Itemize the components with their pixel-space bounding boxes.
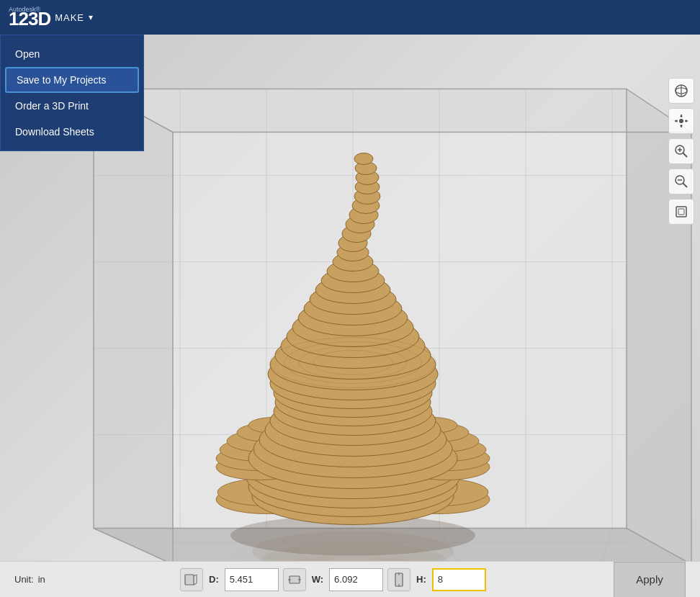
logo-area[interactable]: Autodesk® 123D MAKE ▾ xyxy=(9,5,93,30)
svg-marker-100 xyxy=(680,115,683,117)
unit-label: Unit: xyxy=(14,574,34,585)
height-label: H: xyxy=(416,574,426,585)
svg-point-87 xyxy=(354,153,373,165)
height-icon xyxy=(387,568,410,591)
depth-icon xyxy=(180,568,203,591)
logo-autodesk: Autodesk® xyxy=(9,6,40,13)
right-toolbar xyxy=(668,78,694,225)
depth-input[interactable] xyxy=(225,568,279,591)
svg-marker-1 xyxy=(94,89,173,565)
pan-button[interactable] xyxy=(668,108,694,134)
svg-point-33 xyxy=(263,551,342,562)
svg-marker-103 xyxy=(686,120,688,122)
dropdown-arrow-icon[interactable]: ▾ xyxy=(89,12,93,22)
svg-point-34 xyxy=(364,551,443,562)
depth-label: D: xyxy=(209,574,219,585)
width-icon xyxy=(283,568,306,591)
zoom-in-button[interactable] xyxy=(668,138,694,164)
menu-item-open[interactable]: Open xyxy=(1,41,143,67)
dimension-controls: D: W: H: xyxy=(180,568,486,591)
svg-rect-117 xyxy=(290,576,300,583)
fit-view-button[interactable] xyxy=(668,199,694,225)
svg-line-109 xyxy=(683,184,688,188)
svg-line-114 xyxy=(194,575,197,576)
svg-marker-101 xyxy=(680,125,683,127)
menu-item-order[interactable]: Order a 3D Print xyxy=(1,93,143,119)
svg-line-105 xyxy=(683,153,688,158)
bottom-bar: Unit: in D: W: xyxy=(0,561,700,597)
svg-rect-112 xyxy=(678,209,684,215)
height-input[interactable] xyxy=(432,568,486,591)
svg-line-115 xyxy=(194,583,197,585)
menu-item-download[interactable]: Download Sheets xyxy=(1,119,143,145)
menu-item-save[interactable]: Save to My Projects xyxy=(5,67,139,93)
apply-button[interactable]: Apply xyxy=(614,562,686,598)
zoom-out-button[interactable] xyxy=(668,169,694,194)
orbit-button[interactable] xyxy=(668,78,694,104)
svg-rect-111 xyxy=(676,207,686,217)
width-label: W: xyxy=(312,574,323,585)
width-input[interactable] xyxy=(329,568,383,591)
svg-marker-102 xyxy=(675,120,677,122)
header: Autodesk® 123D MAKE ▾ xyxy=(0,0,700,35)
svg-point-95 xyxy=(679,119,683,123)
logo-make: MAKE xyxy=(55,12,84,23)
unit-value: in xyxy=(38,574,45,585)
svg-rect-113 xyxy=(185,575,194,585)
dropdown-menu: Open Save to My Projects Order a 3D Prin… xyxy=(0,35,144,151)
svg-marker-4 xyxy=(94,89,691,133)
